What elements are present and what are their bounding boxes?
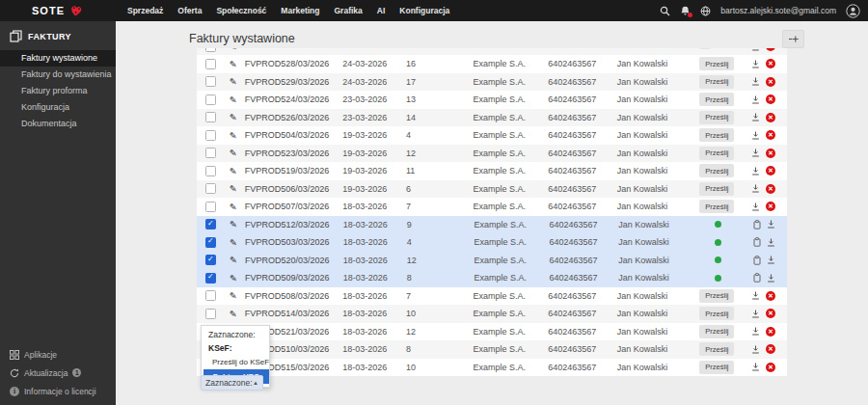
cancel-icon[interactable]: ✕ — [766, 59, 775, 68]
account-avatar-icon[interactable] — [846, 4, 860, 18]
edit-icon[interactable]: ✎ — [222, 309, 245, 319]
language-globe-icon[interactable] — [700, 6, 711, 16]
cancel-icon[interactable]: ✕ — [766, 202, 775, 211]
edit-icon[interactable]: ✎ — [222, 237, 245, 248]
download-icon[interactable] — [751, 310, 760, 318]
menu-spolecznosc[interactable]: Społeczność — [216, 6, 266, 15]
cancel-icon[interactable]: ✕ — [766, 166, 775, 176]
copy-icon[interactable] — [753, 220, 761, 230]
send-button[interactable]: Prześlij — [699, 111, 734, 124]
row-checkbox[interactable] — [205, 219, 216, 230]
cancel-icon[interactable]: ✕ — [766, 344, 775, 354]
cancel-icon[interactable]: ✕ — [766, 309, 775, 318]
edit-icon[interactable]: ✎ — [222, 219, 245, 230]
row-checkbox[interactable] — [205, 130, 216, 141]
edit-icon[interactable]: ✎ — [222, 255, 245, 265]
download-icon[interactable] — [751, 363, 760, 371]
sidebar-item-faktury-proforma[interactable]: Faktury proforma — [0, 83, 116, 99]
send-button[interactable]: Prześlij — [699, 57, 734, 70]
table-options-button[interactable] — [782, 30, 804, 48]
download-icon[interactable] — [751, 113, 760, 122]
sidebar-item-dokumentacja[interactable]: Dokumentacja — [0, 116, 116, 132]
cancel-icon[interactable]: ✕ — [766, 148, 775, 158]
row-checkbox[interactable] — [205, 112, 216, 122]
download-icon[interactable] — [767, 220, 775, 229]
download-icon[interactable] — [751, 95, 760, 104]
cancel-icon[interactable]: ✕ — [766, 363, 775, 372]
download-icon[interactable] — [751, 77, 760, 86]
cancel-icon[interactable]: ✕ — [766, 327, 775, 337]
menu-konfiguracja[interactable]: Konfiguracja — [399, 6, 449, 15]
row-checkbox[interactable] — [205, 76, 216, 87]
row-checkbox[interactable] — [205, 183, 216, 194]
search-icon[interactable] — [660, 6, 670, 16]
sidebar-item-faktury-wystawione[interactable]: Faktury wystawione — [0, 50, 116, 67]
download-icon[interactable] — [767, 256, 775, 264]
copy-icon[interactable] — [753, 273, 761, 283]
download-icon[interactable] — [767, 274, 775, 283]
download-icon[interactable] — [767, 238, 775, 247]
row-checkbox[interactable] — [205, 148, 216, 158]
send-button[interactable]: Prześlij — [699, 93, 734, 106]
send-button[interactable]: Prześlij — [699, 182, 734, 196]
send-button[interactable]: Prześlij — [699, 164, 734, 177]
edit-icon[interactable]: ✎ — [222, 148, 245, 158]
send-button[interactable]: Prześlij — [699, 325, 734, 338]
account-email[interactable]: bartosz.alejski.sote@gmail.com — [720, 6, 836, 15]
cancel-icon[interactable]: ✕ — [766, 130, 775, 140]
edit-icon[interactable]: ✎ — [222, 112, 245, 122]
edit-icon[interactable]: ✎ — [222, 76, 245, 87]
cancel-icon[interactable]: ✕ — [766, 113, 775, 122]
download-icon[interactable] — [751, 345, 760, 354]
cancel-icon[interactable]: ✕ — [766, 291, 775, 301]
edit-icon[interactable]: ✎ — [222, 166, 245, 176]
row-checkbox[interactable] — [205, 48, 216, 52]
update-link[interactable]: Aktualizacja 1 — [0, 364, 116, 382]
row-checkbox[interactable] — [205, 255, 216, 265]
menu-oferta[interactable]: Oferta — [177, 6, 202, 15]
edit-icon[interactable]: ✎ — [222, 130, 245, 141]
edit-icon[interactable]: ✎ — [222, 273, 245, 284]
download-icon[interactable] — [751, 48, 760, 51]
row-checkbox[interactable] — [205, 309, 216, 319]
send-button[interactable]: Prześlij — [699, 289, 734, 303]
edit-icon[interactable]: ✎ — [222, 94, 245, 105]
sidebar-item-konfiguracja[interactable]: Konfiguracja — [0, 99, 116, 116]
edit-icon[interactable]: ✎ — [222, 48, 245, 52]
row-checkbox[interactable] — [205, 237, 216, 248]
menu-sprzedaz[interactable]: Sprzedaż — [127, 6, 163, 15]
send-button[interactable]: Prześlij — [699, 128, 734, 142]
sote-logo[interactable]: SOTE — [0, 4, 116, 17]
edit-icon[interactable]: ✎ — [222, 183, 245, 194]
sidebar-item-faktury-do-wystawienia[interactable]: Faktury do wystawienia — [0, 67, 116, 83]
row-checkbox[interactable] — [205, 94, 216, 105]
send-button[interactable]: Prześlij — [699, 200, 734, 213]
cancel-icon[interactable]: ✕ — [766, 94, 775, 104]
cancel-icon[interactable]: ✕ — [766, 77, 775, 87]
copy-icon[interactable] — [753, 237, 761, 247]
send-button[interactable]: Prześlij — [699, 75, 734, 89]
send-button[interactable]: Prześlij — [699, 307, 734, 320]
menu-grafika[interactable]: Grafika — [335, 6, 363, 15]
menu-marketing[interactable]: Marketing — [281, 6, 319, 15]
license-info-link[interactable]: i Informacje o licencji — [0, 382, 116, 400]
row-checkbox[interactable] — [205, 273, 216, 284]
download-icon[interactable] — [751, 291, 760, 300]
send-button[interactable]: Prześlij — [699, 342, 734, 356]
popup-item-send-ksef[interactable]: Prześlij do KSeF — [202, 355, 269, 369]
row-checkbox[interactable] — [205, 202, 216, 212]
row-checkbox[interactable] — [205, 59, 216, 69]
download-icon[interactable] — [751, 184, 760, 193]
cancel-icon[interactable]: ✕ — [766, 48, 775, 51]
cancel-icon[interactable]: ✕ — [766, 184, 775, 194]
download-icon[interactable] — [751, 327, 760, 336]
download-icon[interactable] — [751, 202, 760, 211]
download-icon[interactable] — [751, 148, 760, 157]
selected-dropdown-button[interactable]: Zaznaczone: ▲ — [201, 375, 263, 391]
row-checkbox[interactable] — [205, 290, 216, 301]
send-button[interactable]: Prześlij — [699, 147, 734, 160]
edit-icon[interactable]: ✎ — [222, 202, 245, 212]
edit-icon[interactable]: ✎ — [222, 59, 245, 69]
copy-icon[interactable] — [753, 256, 761, 265]
download-icon[interactable] — [751, 167, 760, 176]
